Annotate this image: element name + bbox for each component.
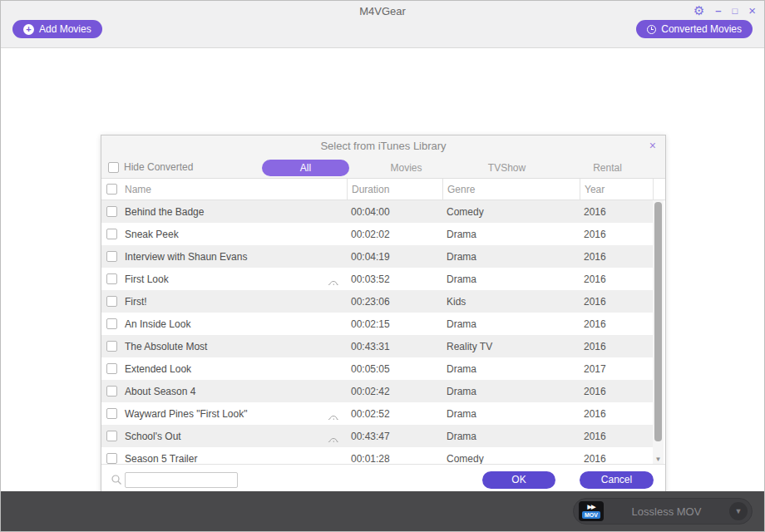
row-name: Wayward Pines "First Look" (125, 408, 247, 420)
dialog-title: Select from iTunes Library (101, 135, 665, 156)
table-row[interactable]: The Absolute Most 00:43:31 Reality TV 20… (101, 335, 653, 357)
row-year: 2016 (580, 229, 653, 240)
row-name: Extended Look (125, 363, 191, 375)
row-checkbox[interactable] (106, 431, 117, 441)
row-genre: Drama (442, 408, 580, 420)
hide-converted-checkbox[interactable] (108, 162, 119, 173)
row-year: 2017 (580, 363, 653, 375)
row-year: 2016 (580, 318, 653, 330)
minimize-icon[interactable]: – (715, 4, 721, 17)
row-year: 2016 (580, 453, 653, 465)
search-icon (111, 474, 122, 485)
row-year: 2016 (580, 251, 653, 263)
row-year: 2016 (580, 431, 653, 442)
settings-gear-icon[interactable]: ⚙ (693, 4, 704, 17)
row-duration: 00:02:52 (347, 408, 442, 420)
app-header: M4VGear ⚙ – □ × + Add Movies Converted M… (1, 1, 764, 48)
close-icon[interactable]: × (748, 4, 756, 17)
table-row[interactable]: Season 5 Trailer 00:01:28 Comedy 2016 (101, 447, 653, 466)
column-header-name[interactable]: Name (123, 179, 347, 200)
mov-format-tag: MOV (582, 511, 600, 519)
tab-movies[interactable]: Movies (356, 160, 457, 176)
row-checkbox[interactable] (106, 453, 117, 464)
row-checkbox[interactable] (106, 363, 117, 374)
row-checkbox[interactable] (106, 206, 117, 217)
row-checkbox[interactable] (106, 296, 117, 307)
row-name: First! (125, 296, 147, 308)
row-checkbox[interactable] (106, 251, 117, 262)
column-header-genre[interactable]: Genre (442, 179, 580, 200)
output-format-button[interactable]: ▶▶ MOV Lossless MOV ▼ (573, 498, 753, 525)
format-dropdown-button[interactable]: ▼ (729, 502, 748, 520)
column-header-year[interactable]: Year (580, 179, 653, 200)
row-genre: Comedy (442, 206, 580, 218)
row-year: 2016 (580, 386, 653, 397)
maximize-icon[interactable]: □ (733, 4, 738, 17)
table-row[interactable]: Wayward Pines "First Look" 00:02:52 Dram… (101, 402, 653, 425)
ok-button[interactable]: OK (482, 471, 555, 489)
scrollbar-thumb[interactable] (654, 202, 662, 441)
tab-rental[interactable]: Rental (557, 160, 658, 176)
table-row[interactable]: First Look 00:03:52 Drama 2016 (101, 268, 653, 290)
table-row[interactable]: An Inside Look 00:02:15 Drama 2016 (101, 313, 653, 335)
table-row[interactable]: First! 00:23:06 Kids 2016 (101, 290, 653, 313)
row-duration: 00:02:02 (347, 229, 442, 240)
scrollbar[interactable]: ▼ (653, 200, 664, 466)
table-header: Name Duration Genre Year (101, 179, 665, 200)
itunes-library-dialog: Select from iTunes Library × Hide Conver… (101, 135, 666, 496)
search-input[interactable] (125, 472, 238, 488)
row-genre: Drama (442, 273, 580, 285)
app-window: M4VGear ⚙ – □ × + Add Movies Converted M… (0, 0, 765, 532)
row-name: School's Out (125, 431, 181, 442)
row-checkbox[interactable] (106, 229, 117, 239)
chevron-down-icon: ▼ (735, 507, 743, 515)
row-year: 2016 (580, 296, 653, 308)
row-genre: Drama (442, 229, 580, 240)
row-name: Behind the Badge (125, 206, 204, 218)
fast-forward-icon: ▶▶ (588, 504, 595, 510)
table-row[interactable]: About Season 4 00:02:42 Drama 2016 (101, 380, 653, 402)
row-duration: 00:43:47 (347, 431, 442, 442)
row-genre: Reality TV (442, 341, 580, 352)
row-name: Interview with Shaun Evans (125, 251, 247, 263)
library-tabs: All Movies TVShow Rental (255, 160, 658, 176)
row-checkbox[interactable] (106, 273, 117, 284)
column-header-duration[interactable]: Duration (347, 179, 442, 200)
tab-tvshow[interactable]: TVShow (457, 160, 557, 176)
row-name: An Inside Look (125, 318, 190, 330)
row-name: First Look (125, 273, 169, 285)
table-row[interactable]: Extended Look 00:05:05 Drama 2017 (101, 357, 653, 380)
row-duration: 00:02:15 (347, 318, 442, 330)
converted-movies-label: Converted Movies (661, 23, 742, 35)
select-all-checkbox[interactable] (106, 184, 117, 195)
row-checkbox[interactable] (106, 408, 117, 419)
row-year: 2016 (580, 273, 653, 285)
add-movies-button[interactable]: + Add Movies (12, 20, 102, 38)
row-duration: 00:04:19 (347, 251, 442, 263)
row-year: 2016 (580, 341, 653, 352)
row-year: 2016 (580, 408, 653, 420)
table-row[interactable]: Interview with Shaun Evans 00:04:19 Dram… (101, 245, 653, 268)
row-genre: Drama (442, 363, 580, 375)
app-title: M4VGear (1, 5, 764, 17)
main-area: Select from iTunes Library × Hide Conver… (1, 49, 764, 491)
hide-converted-label[interactable]: Hide Converted (124, 157, 193, 178)
converted-movies-button[interactable]: Converted Movies (636, 20, 753, 38)
row-checkbox[interactable] (106, 341, 117, 352)
table-row[interactable]: Behind the Badge 00:04:00 Comedy 2016 (101, 200, 653, 223)
row-checkbox[interactable] (106, 386, 117, 397)
table-row[interactable]: Sneak Peek 00:02:02 Drama 2016 (101, 223, 653, 245)
row-duration: 00:05:05 (347, 363, 442, 375)
table-row[interactable]: School's Out 00:43:47 Drama 2016 (101, 425, 653, 447)
dialog-close-icon[interactable]: × (649, 139, 656, 152)
plus-icon: + (23, 24, 34, 35)
mov-format-icon: ▶▶ MOV (579, 501, 604, 521)
row-checkbox[interactable] (106, 318, 117, 329)
row-genre: Drama (442, 318, 580, 330)
add-movies-label: Add Movies (39, 23, 91, 35)
cancel-button[interactable]: Cancel (580, 471, 654, 489)
row-genre: Drama (442, 251, 580, 263)
table-body: Behind the Badge 00:04:00 Comedy 2016 Sn… (101, 200, 665, 466)
app-footer: ▶▶ MOV Lossless MOV ▼ (1, 491, 764, 531)
tab-all[interactable]: All (262, 160, 349, 176)
